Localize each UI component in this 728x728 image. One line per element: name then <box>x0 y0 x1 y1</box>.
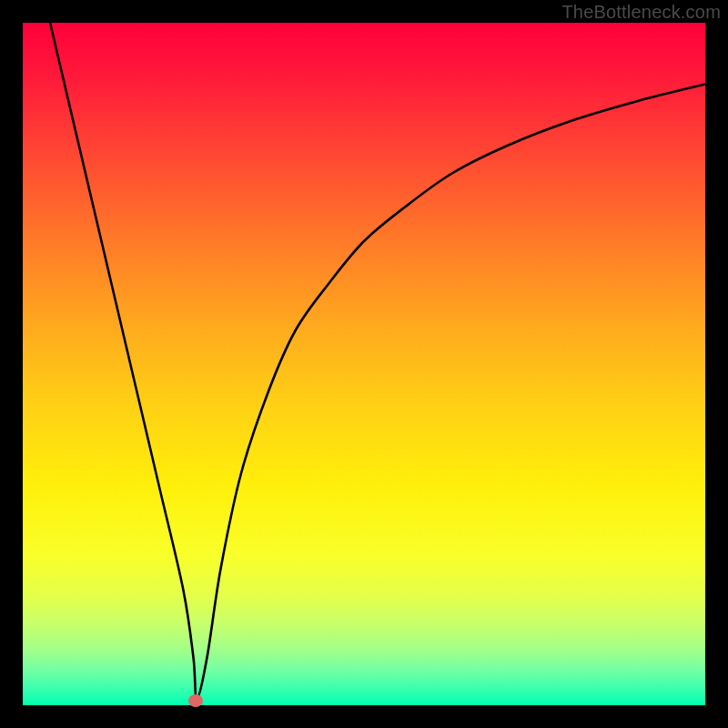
vertex-marker <box>188 694 203 707</box>
chart-frame: TheBottleneck.com <box>0 0 728 728</box>
line-curve <box>23 23 705 705</box>
plot-area <box>23 23 705 705</box>
watermark-text: TheBottleneck.com <box>561 2 721 23</box>
